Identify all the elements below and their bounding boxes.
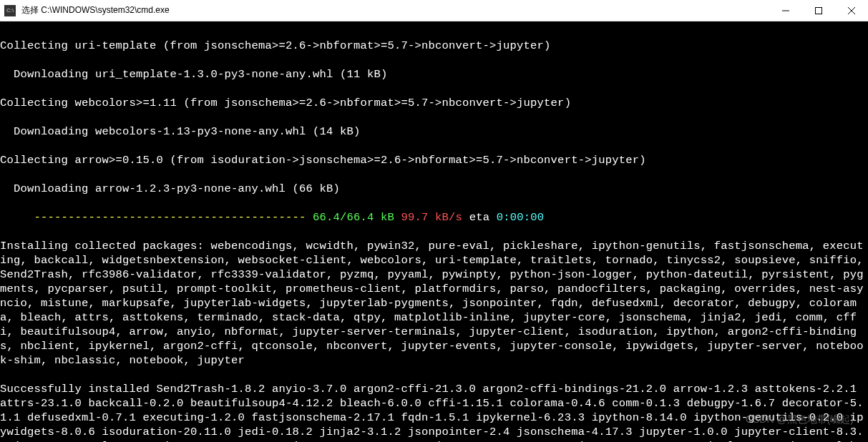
success-text: Successfully installed Send2Trash-1.8.2 …	[0, 383, 864, 442]
watermark-text: CSDN @黑色地带(崛起)	[746, 413, 854, 426]
progress-size: 66.4/66.4 kB	[313, 211, 394, 224]
progress-bar: ----------------------------------------	[0, 211, 313, 224]
output-line: Collecting uri-template (from jsonschema…	[0, 39, 868, 53]
eta-value: 0:00:00	[497, 211, 545, 224]
output-line: Collecting webcolors>=1.11 (from jsonsch…	[0, 96, 868, 110]
window-titlebar: C:\ 选择 C:\WINDOWS\system32\cmd.exe	[0, 0, 868, 21]
output-line: Collecting arrow>=0.15.0 (from isodurati…	[0, 153, 868, 167]
window-controls	[769, 0, 868, 21]
svg-rect-1	[816, 7, 822, 14]
window-title: 选择 C:\WINDOWS\system32\cmd.exe	[21, 4, 769, 16]
terminal-output[interactable]: Collecting uri-template (from jsonschema…	[0, 21, 868, 442]
progress-speed: 99.7 kB/s	[394, 211, 462, 224]
output-line: Downloading webcolors-1.13-py3-none-any.…	[0, 124, 868, 139]
progress-line: ----------------------------------------…	[0, 210, 868, 225]
cmd-icon: C:\	[4, 5, 16, 16]
minimize-button[interactable]	[769, 0, 802, 21]
output-line: Downloading arrow-1.2.3-py3-none-any.whl…	[0, 182, 868, 196]
installing-line: Installing collected packages: webencodi…	[0, 239, 868, 368]
output-line: Downloading uri_template-1.3.0-py3-none-…	[0, 67, 868, 82]
close-button[interactable]	[835, 0, 868, 21]
success-line: Successfully installed Send2Trash-1.8.2 …	[0, 382, 868, 442]
eta-label: eta	[462, 211, 497, 224]
maximize-button[interactable]	[802, 0, 835, 21]
